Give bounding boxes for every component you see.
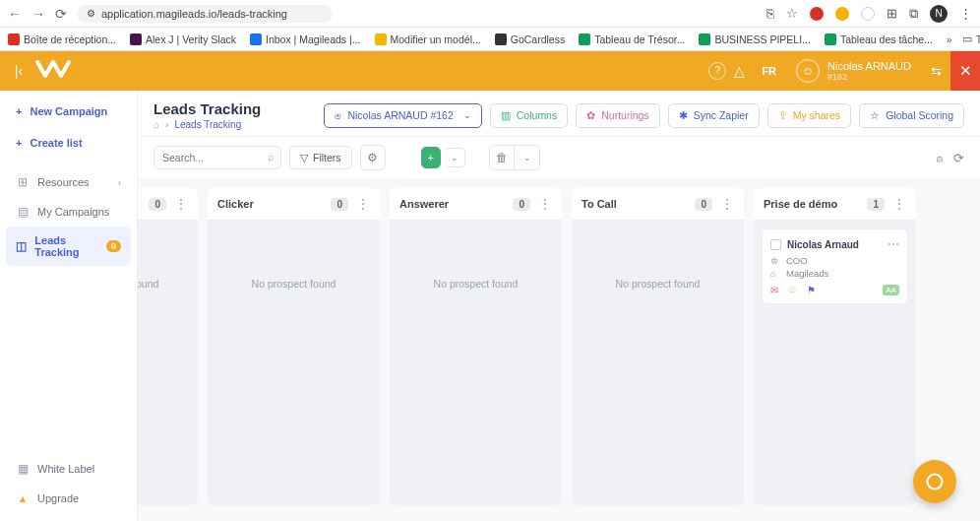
collapse-sidebar-icon[interactable]: |‹ <box>10 63 28 79</box>
card-flag-icon[interactable]: ⚑ <box>807 285 816 295</box>
add-button[interactable]: + <box>421 147 441 168</box>
bookmark-item[interactable]: Modifier un modél... <box>375 33 481 45</box>
app-logo[interactable] <box>33 58 73 85</box>
new-campaign-label: New Campaign <box>30 105 107 117</box>
search-icon[interactable]: ⌕ <box>268 151 275 163</box>
kanban-column-clicker: Clicker 0 ⋮ No prospect found <box>208 188 380 505</box>
column-body[interactable]: No prospect found <box>572 221 744 505</box>
extension-white-icon[interactable] <box>861 7 875 21</box>
column-body[interactable]: No prospect found <box>390 221 562 505</box>
address-bar[interactable]: ⚙ application.magileads.io/leads-trackin… <box>77 5 333 23</box>
card-mail-icon[interactable]: ✉ <box>770 285 778 295</box>
home-icon[interactable]: ⌂ <box>153 119 159 130</box>
switch-account-icon[interactable]: ⇆ <box>921 64 950 79</box>
search-wrap: ⌕ <box>153 146 281 169</box>
sidebar: + New Campaign + Create list ⊞ Resources… <box>0 91 138 521</box>
column-body[interactable]: Nicolas Arnaud ⋯ ♔ COO ⌂ Magileads ✉ <box>754 221 916 505</box>
sidebar-item-label: Upgrade <box>37 492 79 504</box>
user-avatar-icon: ☺ <box>796 59 820 83</box>
url-text: application.magileads.io/leads-tracking <box>101 8 287 20</box>
filters-button[interactable]: ▽ Filters <box>289 146 352 169</box>
user-menu[interactable]: ☺ Nicolas ARNAUD #162 <box>786 59 921 83</box>
profile-avatar[interactable]: N <box>930 5 948 23</box>
bookmark-item[interactable]: BUSINESS PIPELI... <box>699 33 810 45</box>
column-header: Answerer 0 ⋮ <box>390 188 562 221</box>
kanban-column: 0 ⋮ ct found <box>138 188 198 505</box>
assign-person-icon[interactable]: ⍝ <box>936 151 944 165</box>
close-app-button[interactable]: ✕ <box>950 51 980 91</box>
column-title: To Call <box>582 198 617 210</box>
bookmarks-bar: Boîte de réception... Alex J | Verity Sl… <box>0 28 980 51</box>
chat-fab[interactable] <box>913 460 956 503</box>
browser-forward[interactable]: → <box>31 6 45 22</box>
column-menu-icon[interactable]: ⋮ <box>892 196 906 212</box>
extension-red-icon[interactable] <box>810 7 824 21</box>
sidebar-item-upgrade[interactable]: ▴ Upgrade <box>6 484 131 513</box>
card-more-icon[interactable]: ⋯ <box>888 237 899 251</box>
browser-back[interactable]: ← <box>8 6 22 22</box>
kanban-column-prise-de-demo: Prise de démo 1 ⋮ Nicolas Arnaud ⋯ ♔ COO <box>754 188 916 505</box>
bookmark-item[interactable]: Alex J | Verity Slack <box>130 33 236 45</box>
kanban-column-answerer: Answerer 0 ⋮ No prospect found <box>390 188 562 505</box>
star-icon: ☆ <box>870 109 880 122</box>
sidebar-item-white-label[interactable]: ▦ White Label <box>6 454 131 484</box>
role-icon: ♔ <box>770 256 780 266</box>
notifications-icon[interactable]: △ <box>726 63 752 79</box>
nurturings-button[interactable]: ✿ Nurturings <box>576 103 659 128</box>
user-id-label: #162 <box>827 72 911 82</box>
all-bookmarks[interactable]: ▭Tous les favoris <box>962 33 980 45</box>
sidebar-item-leads-tracking[interactable]: ◫ Leads Tracking 0 <box>6 227 131 266</box>
bookmark-item[interactable]: GoCardless <box>495 33 565 45</box>
language-selector[interactable]: FR <box>752 65 786 77</box>
translate-icon[interactable]: ⎘ <box>766 6 774 21</box>
global-scoring-button[interactable]: ☆ Global Scoring <box>859 103 964 128</box>
sidebar-item-resources[interactable]: ⊞ Resources › <box>6 167 131 197</box>
user-selector[interactable]: ⍟ Nicolas ARNAUD #162 ⌄ <box>324 103 481 128</box>
site-settings-icon[interactable]: ⚙ <box>87 8 95 19</box>
column-count: 0 <box>513 198 530 211</box>
scoring-label: Global Scoring <box>886 109 953 121</box>
bookmark-item[interactable]: Inbox | Magileads |... <box>250 33 361 45</box>
sync-zapier-button[interactable]: ✱ Sync Zapier <box>668 103 760 128</box>
settings-button[interactable]: ⚙ <box>360 145 386 170</box>
column-menu-icon[interactable]: ⋮ <box>538 196 552 212</box>
bookmarks-overflow[interactable]: » <box>947 33 952 45</box>
sidebar-item-label: My Campaigns <box>37 206 109 218</box>
new-campaign-button[interactable]: + New Campaign <box>6 98 131 124</box>
breadcrumb-current: Leads Tracking <box>174 119 241 130</box>
column-count: 0 <box>331 198 348 211</box>
delete-button[interactable]: 🗑 <box>489 145 515 170</box>
sidebar-item-campaigns[interactable]: ▤ My Campaigns <box>6 197 131 227</box>
columns-label: Columns <box>517 109 557 121</box>
bookmark-star-icon[interactable]: ☆ <box>786 6 798 21</box>
columns-button[interactable]: ▥ Columns <box>490 103 568 128</box>
my-shares-button[interactable]: ⇪ My shares <box>767 103 851 128</box>
browser-reload[interactable]: ⟳ <box>55 6 67 22</box>
column-body[interactable]: ct found <box>138 221 198 505</box>
window-icon[interactable]: ⧉ <box>909 6 918 22</box>
help-icon[interactable]: ? <box>708 62 726 80</box>
main-content: Leads Tracking ⌂ › Leads Tracking ⍟ Nico… <box>138 91 980 521</box>
bookmark-item[interactable]: Tableau de Trésor... <box>579 33 685 45</box>
column-menu-icon[interactable]: ⋮ <box>174 196 188 212</box>
user-icon: ⍟ <box>335 109 341 121</box>
extensions-icon[interactable]: ⊞ <box>887 6 897 21</box>
nurturings-label: Nurturings <box>601 109 648 121</box>
column-header: Clicker 0 ⋮ <box>208 188 380 221</box>
search-input[interactable] <box>153 146 281 169</box>
sidebar-item-label: White Label <box>37 463 94 475</box>
browser-menu-icon[interactable]: ⋮ <box>959 6 972 21</box>
column-menu-icon[interactable]: ⋮ <box>720 196 734 212</box>
bookmark-item[interactable]: Boîte de réception... <box>8 33 116 45</box>
extension-yellow-icon[interactable] <box>835 7 849 21</box>
lead-card[interactable]: Nicolas Arnaud ⋯ ♔ COO ⌂ Magileads ✉ <box>762 228 908 304</box>
bookmark-item[interactable]: Tableau des tâche... <box>825 33 933 45</box>
refresh-icon[interactable]: ⟳ <box>953 151 964 165</box>
column-body[interactable]: No prospect found <box>208 221 380 505</box>
delete-dropdown[interactable]: ⌄ <box>515 145 540 170</box>
card-bell-icon[interactable]: ♤ <box>788 285 797 295</box>
create-list-button[interactable]: + Create list <box>6 130 131 156</box>
column-menu-icon[interactable]: ⋮ <box>356 196 370 212</box>
add-dropdown[interactable]: ⌄ <box>445 148 465 167</box>
card-checkbox[interactable] <box>770 239 781 250</box>
